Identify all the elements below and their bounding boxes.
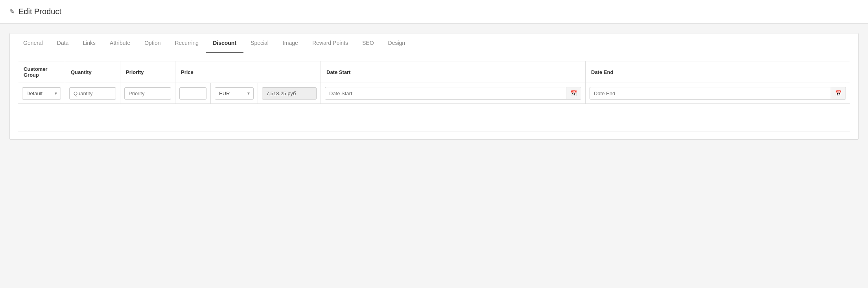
discount-tab-content: Customer Group Quantity Priority Price D…	[10, 53, 858, 139]
content-area: General Data Links Attribute Option Recu…	[0, 24, 868, 149]
tab-image[interactable]: Image	[276, 33, 305, 53]
customer-group-cell: Default Wholesale VIP ▼	[18, 83, 65, 104]
discount-table: Customer Group Quantity Priority Price D…	[18, 61, 850, 131]
tab-reward-points[interactable]: Reward Points	[305, 33, 355, 53]
tab-data[interactable]: Data	[50, 33, 76, 53]
col-header-customer-group: Customer Group	[18, 61, 65, 83]
empty-row-cell	[18, 104, 850, 131]
currency-cell: EUR USD RUB ▼	[211, 83, 258, 104]
price-display-cell: 7,518.25 руб	[258, 83, 321, 104]
col-header-priority: Priority	[120, 61, 175, 83]
date-start-cell: 📅	[321, 83, 586, 104]
col-header-date-start: Date Start	[321, 61, 586, 83]
price-value-cell: 100	[175, 83, 211, 104]
quantity-cell	[65, 83, 120, 104]
customer-group-select-wrapper: Default Wholesale VIP ▼	[22, 87, 61, 100]
tab-attribute[interactable]: Attribute	[103, 33, 137, 53]
page-header: ✎ Edit Product	[0, 0, 868, 24]
col-header-date-end: Date End	[586, 61, 850, 83]
price-display-value: 7,518.25 руб	[262, 87, 317, 100]
tab-recurring[interactable]: Recurring	[168, 33, 206, 53]
currency-select-wrapper: EUR USD RUB ▼	[215, 87, 254, 100]
edit-icon: ✎	[9, 8, 15, 15]
tab-general[interactable]: General	[16, 33, 50, 53]
tab-design[interactable]: Design	[381, 33, 413, 53]
date-start-wrapper: 📅	[325, 87, 581, 100]
date-end-calendar-icon[interactable]: 📅	[831, 87, 846, 99]
page-wrapper: ✎ Edit Product General Data Links Attrib…	[0, 0, 868, 288]
page-title: Edit Product	[18, 7, 61, 16]
priority-input[interactable]	[124, 87, 171, 100]
currency-select[interactable]: EUR USD RUB	[215, 87, 254, 100]
customer-group-select[interactable]: Default Wholesale VIP	[22, 87, 61, 100]
date-start-calendar-icon[interactable]: 📅	[566, 87, 581, 99]
table-header-row: Customer Group Quantity Priority Price D…	[18, 61, 850, 83]
table-row: Default Wholesale VIP ▼	[18, 83, 850, 104]
date-end-wrapper: 📅	[590, 87, 846, 100]
tab-seo[interactable]: SEO	[355, 33, 381, 53]
priority-cell	[120, 83, 175, 104]
date-end-cell: 📅	[586, 83, 850, 104]
quantity-input[interactable]	[69, 87, 116, 100]
tab-discount[interactable]: Discount	[206, 33, 243, 53]
tab-links[interactable]: Links	[76, 33, 103, 53]
tabs-nav: General Data Links Attribute Option Recu…	[10, 33, 858, 53]
main-card: General Data Links Attribute Option Recu…	[9, 33, 859, 140]
tab-option[interactable]: Option	[137, 33, 168, 53]
tab-special[interactable]: Special	[243, 33, 276, 53]
col-header-quantity: Quantity	[65, 61, 120, 83]
date-end-input[interactable]	[590, 88, 831, 99]
date-start-input[interactable]	[325, 88, 566, 99]
col-header-price: Price	[175, 61, 321, 83]
price-input[interactable]: 100	[179, 87, 206, 100]
empty-row	[18, 104, 850, 131]
